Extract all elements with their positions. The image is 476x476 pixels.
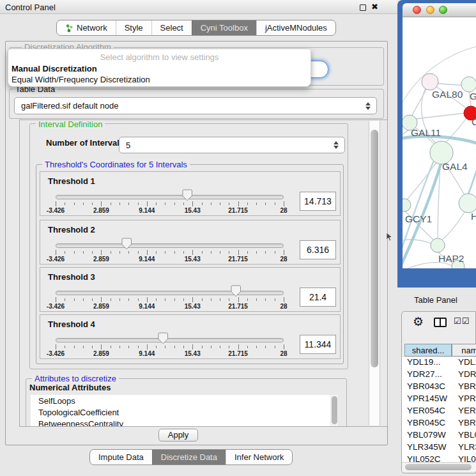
slider-tick [211,346,211,348]
slider-tick [74,251,75,254]
threshold-value-field[interactable]: 21.4 [300,288,336,307]
threshold-value-field[interactable]: 11.344 [300,335,336,354]
cell-shared-name: YIL052C [407,454,441,462]
slider-tick [83,203,84,205]
tab-infer-network[interactable]: Infer Network [226,450,292,464]
threshold-value-field[interactable]: 6.316 [300,240,336,259]
table-horizontal-scrollbar[interactable] [402,462,476,472]
slider-track[interactable] [56,243,284,248]
column-header-name[interactable]: name [452,344,476,357]
threshold-row-1: Threshold 1-3.4262.8599.14415.4321.71528… [40,171,341,216]
network-node[interactable] [431,238,445,252]
table-data-combobox[interactable]: galFiltered.sif default node [14,97,377,114]
slider-tick [165,346,165,348]
cell-shared-name: YBR045C [407,418,445,427]
slider-tick [92,203,93,205]
attribute-item[interactable]: BetweennessCentrality [38,419,123,426]
network-edge[interactable] [468,163,476,194]
table-row[interactable]: YPR145WYPR145W [402,394,476,406]
slider-tick [247,298,248,301]
cell-name: YBL079W [458,430,476,440]
tab-network[interactable]: Network [57,20,116,35]
table-row[interactable]: YBL079WYBL079W [402,430,476,442]
slider-tick-label: -3.426 [40,207,72,214]
table-row[interactable]: YIL052CYIL052C [402,454,476,462]
tab-discretize-data[interactable]: Discretize Data [152,450,226,464]
float-window-icon[interactable] [360,4,366,11]
slider-tick [174,203,175,205]
attributes-list-scrollbar[interactable] [331,395,338,426]
close-icon[interactable]: ✖ [371,2,378,12]
slider-tick [265,203,266,205]
network-edge[interactable] [411,113,465,119]
tab-cyni-toolbox[interactable]: Cyni Toolbox [192,20,256,35]
table-row[interactable]: YLR345WYLR345W [402,442,476,454]
slider-tick-label: -3.426 [40,303,72,310]
slider-tick [220,203,220,205]
network-edge[interactable] [441,209,466,241]
gear-icon[interactable]: ⚙ [413,314,424,329]
slider-tick [111,298,111,301]
slider-tick [147,297,148,302]
tab-label: Style [125,23,143,33]
table-row[interactable]: YBR045CYBR045C [402,418,476,430]
settings-scrollbar-thumb[interactable] [371,130,378,367]
network-node[interactable] [422,73,438,90]
slider-tick [238,297,239,302]
minimize-light-icon[interactable] [426,6,434,14]
slider-tick [56,297,56,302]
slider-tick [183,251,184,254]
table-row[interactable]: YBR043CYBR043C [402,381,476,394]
tab-style[interactable]: Style [116,20,151,35]
slider-tick-label: 21.715 [222,350,254,357]
slider-tick-label: 9.144 [131,256,163,263]
slider-tick [83,251,84,254]
table-hscrollbar-thumb[interactable] [405,464,472,470]
apply-button[interactable]: Apply [158,429,198,441]
network-node[interactable] [459,194,476,213]
network-node[interactable] [403,199,411,211]
slider-track[interactable] [56,291,284,295]
network-canvas[interactable]: GAL80GACGAL11GAL4GCY1HHAP2 [403,17,476,268]
slider-tick-label: 2.859 [85,350,117,357]
network-icon [65,24,73,33]
network-window-titlebar[interactable] [403,3,476,17]
slider-handle[interactable] [231,285,241,297]
slider-tick [92,346,93,348]
cell-name: YIL052C [458,454,476,462]
attribute-item[interactable]: SelfLoops [38,396,75,406]
attributes-scrollbar-thumb[interactable] [332,396,337,424]
table-row[interactable]: YER054CYER054C [402,406,476,418]
threshold-row-3: Threshold 3-3.4262.8599.14415.4321.71528… [40,267,341,312]
slider-tick [229,251,229,254]
network-edge[interactable] [406,160,438,201]
columns-icon[interactable] [434,318,447,327]
network-node[interactable] [461,77,476,92]
checkbox-icons[interactable]: ☑☑ [454,316,470,326]
network-edge[interactable] [403,240,433,244]
slider-tick [284,344,284,349]
dropdown-option-equal-width-frequency[interactable]: Equal Width/Frequency Discretization [12,75,150,84]
dropdown-option-manual-discretization[interactable]: Manual Discretization [12,64,97,73]
settings-vertical-scrollbar[interactable] [369,121,380,426]
slider-handle[interactable] [121,238,132,250]
slider-track[interactable] [56,195,284,199]
table-row[interactable]: YDL19...YDL19... [402,357,476,369]
numerical-attributes-list[interactable]: SelfLoopsTopologicalCoefficientBetweenne… [31,395,330,426]
tab-select[interactable]: Select [151,20,192,35]
table-data-combobox-value: galFiltered.sif default node [21,101,118,111]
threshold-value-field[interactable]: 14.713 [300,192,336,211]
tab-jactivemnodules[interactable]: jActiveMNodules [256,20,335,35]
column-header-shared[interactable]: shared... [404,344,452,357]
slider-handle[interactable] [158,332,168,344]
slider-track[interactable] [56,338,284,342]
zoom-light-icon[interactable] [439,6,447,14]
attribute-item[interactable]: TopologicalCoefficient [38,408,119,417]
slider-tick [238,344,239,349]
slider-handle[interactable] [182,189,192,201]
tab-impute-data[interactable]: Impute Data [90,450,152,464]
number-of-intervals-combobox[interactable]: 5 [119,137,345,153]
table-row[interactable]: YDR27...YDR27... [402,369,476,381]
close-light-icon[interactable] [413,6,421,14]
network-view-window[interactable]: GAL80GACGAL11GAL4GCY1HHAP2 [397,0,476,288]
